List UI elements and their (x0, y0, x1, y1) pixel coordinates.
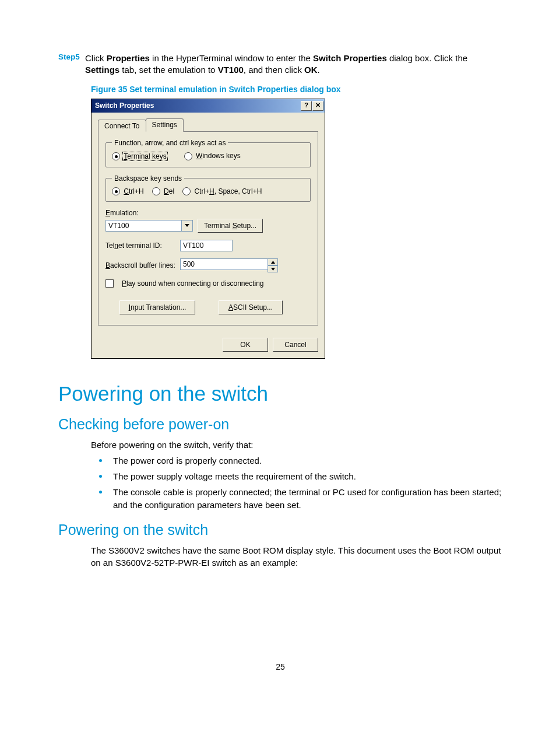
terminal-setup-button[interactable]: Terminal Setup... (198, 219, 263, 233)
radio-icon (182, 187, 191, 195)
backscroll-spinner[interactable] (180, 258, 278, 272)
svg-marker-2 (271, 268, 275, 271)
radio-ctrl-h[interactable]: Ctrl+H (112, 187, 144, 196)
close-button[interactable]: ✕ (312, 101, 323, 111)
emulation-label: Emulation: (105, 209, 311, 217)
radio-icon (112, 187, 120, 195)
backscroll-label: Backscroll buffer lines: (105, 261, 175, 270)
ok-button[interactable]: OK (223, 338, 268, 352)
backspace-legend: Backspace key sends (112, 174, 184, 183)
dialog-title: Switch Properties (95, 102, 300, 110)
radio-icon (152, 187, 160, 195)
backscroll-input[interactable] (180, 258, 268, 270)
settings-panel: Function, arrow, and ctrl keys act as Te… (98, 131, 318, 326)
list-item: The power cord is properly connected. (91, 454, 502, 467)
titlebar: Switch Properties ? ✕ (92, 99, 325, 113)
heading-powering-on: Powering on the switch (58, 382, 502, 405)
tabstrip: Connect To Settings (98, 118, 318, 132)
heading-powering-on-sub: Powering on the switch (58, 522, 502, 538)
radio-icon (112, 152, 120, 160)
spin-up-icon[interactable] (268, 258, 278, 265)
ascii-setup-button[interactable]: ASCII Setup... (219, 300, 283, 314)
telnet-id-label: Telnet terminal ID: (105, 242, 175, 250)
emulation-value: VT100 (105, 220, 181, 232)
switch-properties-dialog: Switch Properties ? ✕ Connect To Setting… (91, 99, 325, 359)
list-item: The console cable is properly connected;… (91, 486, 502, 512)
heading-checking: Checking before power-on (58, 416, 502, 433)
list-item: The power supply voltage meets the requi… (91, 470, 502, 483)
check-list: The power cord is properly connected. Th… (91, 454, 502, 511)
check-intro-text: Before powering on the switch, verify th… (91, 439, 502, 451)
spin-down-icon[interactable] (268, 265, 278, 272)
help-button[interactable]: ? (301, 101, 312, 111)
tab-settings[interactable]: Settings (146, 118, 184, 132)
input-translation-button[interactable]: Input Translation... (119, 300, 195, 314)
emulation-dropdown[interactable]: VT100 (105, 220, 193, 232)
radio-icon (184, 152, 192, 160)
radio-terminal-keys[interactable]: Terminal keys (112, 152, 168, 161)
power-on-text: The S3600V2 switches have the same Boot … (91, 544, 502, 569)
radio-del[interactable]: Del (152, 187, 174, 196)
figure-caption: Figure 35 Set terminal emulation in Swit… (91, 85, 502, 94)
svg-marker-1 (271, 261, 275, 264)
function-keys-legend: Function, arrow, and ctrl keys act as (112, 139, 228, 147)
step-label: Step5 (58, 52, 85, 76)
step5-row: Step5 Click Properties in the HyperTermi… (58, 52, 502, 76)
function-keys-group: Function, arrow, and ctrl keys act as Te… (105, 139, 311, 167)
chevron-down-icon (181, 220, 193, 232)
step-text: Click Properties in the HyperTerminal wi… (85, 52, 502, 76)
radio-windows-keys[interactable]: Windows keys (184, 152, 241, 160)
page-number: 25 (58, 662, 502, 671)
tab-connect-to[interactable]: Connect To (98, 120, 146, 132)
telnet-id-input[interactable] (180, 240, 233, 251)
play-sound-label: Play sound when connecting or disconnect… (122, 279, 264, 288)
play-sound-checkbox[interactable] (105, 279, 114, 288)
svg-marker-0 (185, 224, 189, 227)
backspace-group: Backspace key sends Ctrl+H Del Ctrl+H (105, 174, 311, 202)
radio-ctrl-h-space[interactable]: Ctrl+H, Space, Ctrl+H (182, 187, 262, 196)
cancel-button[interactable]: Cancel (273, 338, 318, 352)
